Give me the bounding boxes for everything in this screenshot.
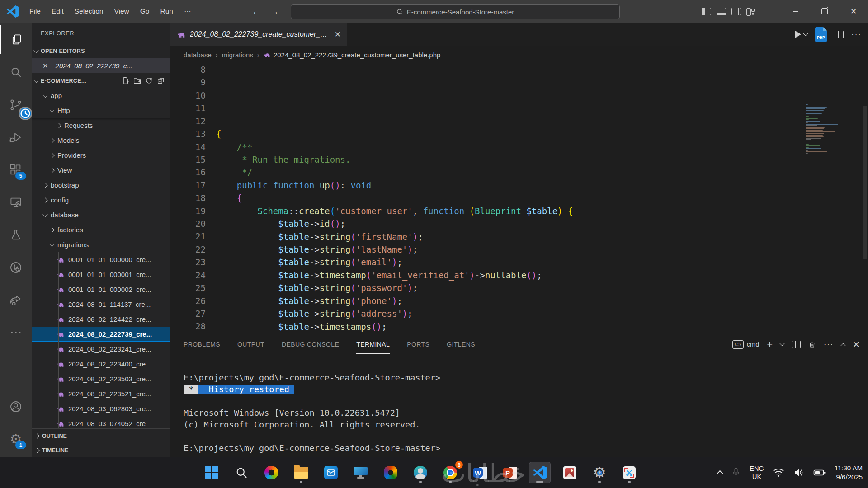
refresh-icon[interactable] <box>145 77 153 84</box>
toggle-secondary-sidebar-icon[interactable] <box>731 8 741 15</box>
toggle-panel-icon[interactable] <box>717 8 726 15</box>
file-0001_01_01_000001_cre-[interactable]: 0001_01_01_000001_cre... <box>32 267 170 282</box>
menu-view[interactable]: View <box>109 5 134 18</box>
maximize-panel-icon[interactable] <box>840 343 845 348</box>
taskbar-app-outlook[interactable] <box>320 462 342 483</box>
close-editor-icon[interactable]: ✕ <box>42 62 48 70</box>
taskbar-app-file-explorer[interactable] <box>290 462 312 483</box>
file-2024_08_02_223503_cre-[interactable]: 2024_08_02_223503_cre... <box>32 371 170 386</box>
menu-run[interactable]: Run <box>155 5 178 18</box>
php-runner-icon[interactable]: PHP <box>815 27 827 42</box>
folder-view[interactable]: View <box>32 163 170 178</box>
open-editors-section-header[interactable]: OPEN EDITORS <box>32 43 170 58</box>
taskbar-app-people[interactable] <box>410 462 431 483</box>
taskbar-app-word[interactable]: W <box>469 462 491 483</box>
tab-migration-file[interactable]: 2024_08_02_222739_create_customer_user_t… <box>170 23 347 46</box>
wifi-icon[interactable] <box>773 468 784 478</box>
workspace-section-header[interactable]: E-COMMERCE... <box>32 73 170 88</box>
panel-tab-gitlens[interactable]: GITLENS <box>447 334 475 354</box>
open-editor-item[interactable]: ✕ 2024_08_02_222739_c... <box>32 58 170 73</box>
file-0001_01_01_000002_cre-[interactable]: 0001_01_01_000002_cre... <box>32 282 170 297</box>
section-timeline[interactable]: TIMELINE <box>32 443 170 457</box>
menu-file[interactable]: File <box>24 5 46 18</box>
clock[interactable]: 11:30 AM 9/6/2025 <box>835 464 863 482</box>
minimize-button[interactable] <box>781 0 810 23</box>
editor-scrollbar[interactable] <box>862 104 868 333</box>
taskbar-app-search[interactable] <box>231 462 252 483</box>
folder-app[interactable]: app <box>32 88 170 103</box>
folder-factories[interactable]: factories <box>32 222 170 237</box>
activity-item-live-share[interactable] <box>0 286 32 314</box>
split-terminal-icon[interactable] <box>792 341 801 348</box>
taskbar-app-chrome[interactable]: 8 <box>439 462 461 483</box>
activity-item-accounts[interactable] <box>0 392 32 421</box>
split-editor-icon[interactable] <box>835 31 844 38</box>
customize-layout-icon[interactable] <box>746 8 755 15</box>
new-file-icon[interactable] <box>122 77 129 84</box>
file-2024_08_02_124422_cre-[interactable]: 2024_08_02_124422_cre... <box>32 312 170 327</box>
taskbar-app-vscode[interactable] <box>529 462 551 483</box>
panel-tab-problems[interactable]: PROBLEMS <box>184 334 220 354</box>
volume-icon[interactable] <box>793 468 805 478</box>
back-button[interactable]: ← <box>248 0 264 23</box>
folder-providers[interactable]: Providers <box>32 148 170 163</box>
panel-tab-output[interactable]: OUTPUT <box>237 334 264 354</box>
activity-item-remote-explorer[interactable] <box>0 188 32 217</box>
taskbar-app-photo-viewer[interactable] <box>559 462 580 483</box>
close-window-button[interactable]: ✕ <box>839 0 868 23</box>
chevron-down-icon[interactable] <box>803 31 808 36</box>
activity-item-testing[interactable] <box>0 221 32 249</box>
breadcrumb-item[interactable]: database <box>184 51 212 59</box>
activity-item-run-debug[interactable] <box>0 123 32 152</box>
file-2024_08_02_223400_cre-[interactable]: 2024_08_02_223400_cre... <box>32 357 170 371</box>
section-outline[interactable]: OUTLINE <box>32 428 170 443</box>
new-folder-icon[interactable] <box>133 77 141 84</box>
panel-tab-debug-console[interactable]: DEBUG CONSOLE <box>282 334 339 354</box>
folder-database[interactable]: database <box>32 207 170 222</box>
collapse-folders-icon[interactable] <box>157 77 165 84</box>
panel-tab-terminal[interactable]: TERMINAL <box>356 334 390 354</box>
forward-button[interactable]: → <box>266 0 283 23</box>
terminal-instance-cmd[interactable]: C:\ cmd <box>732 340 759 349</box>
close-tab-icon[interactable]: ✕ <box>333 29 343 40</box>
taskbar-app-m365[interactable] <box>380 462 401 483</box>
terminal-dropdown-icon[interactable] <box>779 341 784 346</box>
folder-models[interactable]: Models <box>32 133 170 148</box>
taskbar-app-powerpoint[interactable]: P <box>499 462 521 483</box>
close-panel-icon[interactable]: ✕ <box>853 339 860 350</box>
activity-item-explorer[interactable] <box>0 25 33 54</box>
kill-terminal-icon[interactable] <box>808 341 816 348</box>
explorer-more-actions-icon[interactable]: ··· <box>153 28 164 38</box>
panel-more-actions-icon[interactable]: ··· <box>824 340 834 348</box>
code-editor[interactable]: 8910111213141516171819202122232425262728… <box>170 63 868 333</box>
command-center-search[interactable]: E-commerce-Seafood-Store-master <box>291 4 620 19</box>
folder-config[interactable]: config <box>32 192 170 207</box>
file-2024_08_03_074052_cre[interactable]: 2024_08_03_074052_cre <box>32 416 170 428</box>
activity-item-search[interactable] <box>0 58 32 87</box>
activity-item-more[interactable] <box>0 318 32 347</box>
folder-http[interactable]: Http <box>32 103 170 118</box>
run-code-button[interactable] <box>795 31 807 38</box>
taskbar-app-snipping[interactable] <box>618 462 640 483</box>
new-terminal-icon[interactable]: + <box>767 338 773 350</box>
taskbar-app-start[interactable] <box>201 462 222 483</box>
activity-item-gitlens[interactable] <box>0 253 32 282</box>
taskbar-app-copilot[interactable] <box>260 462 282 483</box>
taskbar-app-display[interactable] <box>350 462 372 483</box>
activity-item-settings[interactable]: ⚙1 <box>0 425 32 454</box>
breadcrumb-item[interactable]: migrations <box>222 51 253 59</box>
hidden-icons-chevron[interactable] <box>717 470 724 477</box>
file-2024_08_01_114137_cre-[interactable]: 2024_08_01_114137_cre... <box>32 297 170 312</box>
toggle-primary-sidebar-icon[interactable] <box>702 8 711 15</box>
editor-more-actions-icon[interactable]: ··· <box>851 30 862 39</box>
restore-button[interactable] <box>810 0 839 23</box>
panel-tab-ports[interactable]: PORTS <box>407 334 429 354</box>
microphone-icon[interactable] <box>731 467 741 479</box>
menu-go[interactable]: Go <box>135 5 155 18</box>
taskbar-app-settings[interactable]: ⚙ <box>589 462 610 483</box>
menu-[interactable]: ⋯ <box>179 5 196 18</box>
file-2024_08_02_222739_cre-[interactable]: 2024_08_02_222739_cre... <box>32 327 170 342</box>
breadcrumb-item[interactable]: 2024_08_02_222739_create_customer_user_t… <box>264 51 440 59</box>
battery-icon[interactable] <box>813 468 826 477</box>
menu-selection[interactable]: Selection <box>70 5 108 18</box>
